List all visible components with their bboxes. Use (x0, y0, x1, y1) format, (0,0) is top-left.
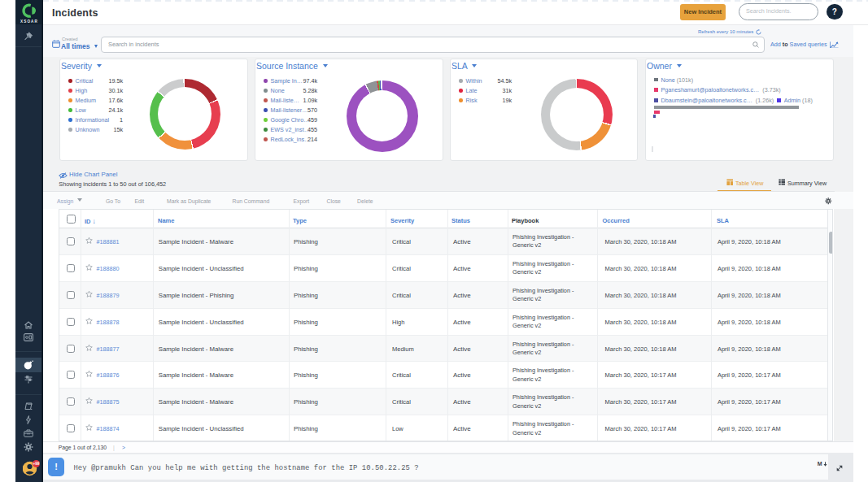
svg-text:XSOAR: XSOAR (20, 20, 38, 24)
svg-text:+99: +99 (33, 462, 40, 466)
